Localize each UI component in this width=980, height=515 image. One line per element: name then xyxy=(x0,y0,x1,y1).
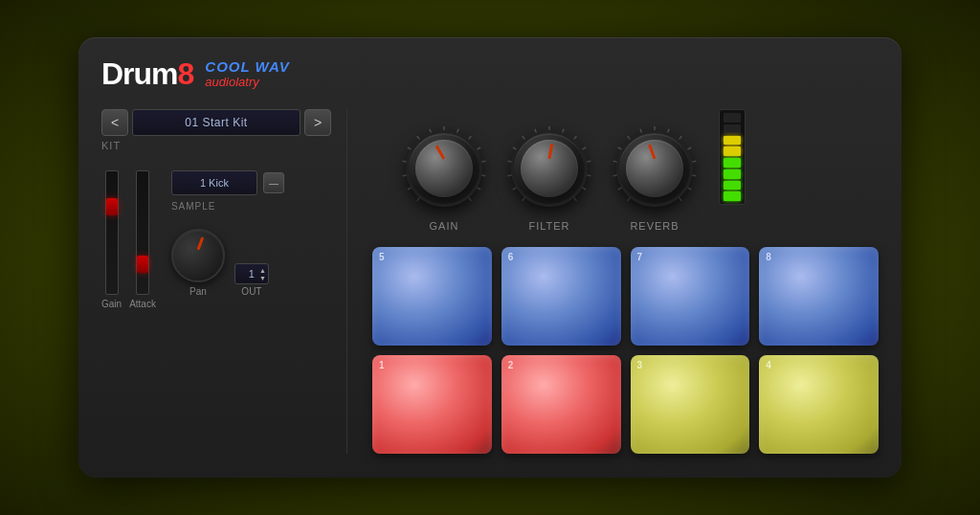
gain-fader-thumb[interactable] xyxy=(106,198,118,215)
pad-7[interactable]: 7 xyxy=(631,247,750,346)
right-section: GAIN xyxy=(363,109,879,454)
filter-knob-ticks xyxy=(503,123,595,214)
drum8-device: Drum8 COOL WAV audiolatry < 01 Start Kit… xyxy=(78,37,902,478)
vu-bar-3 xyxy=(724,136,741,146)
pan-out-row: Pan 1 ▲ ▼ OUT xyxy=(171,219,331,297)
kit-display: 01 Start Kit xyxy=(132,109,301,136)
sample-label: SAMPLE xyxy=(171,201,331,212)
kit-label: KIT xyxy=(101,140,331,151)
attack-fader-thumb[interactable] xyxy=(137,256,148,273)
app-logo: Drum8 xyxy=(101,56,193,92)
gain-fader-track[interactable] xyxy=(105,170,119,295)
reverb-knob[interactable] xyxy=(616,130,693,207)
header: Drum8 COOL WAV audiolatry xyxy=(101,56,879,92)
pad-8-number: 8 xyxy=(766,252,771,262)
attack-fader-label: Attack xyxy=(129,299,156,309)
out-up-arrow[interactable]: ▲ xyxy=(259,267,266,274)
sample-row: 1 Kick — xyxy=(171,170,331,195)
pad-6-number: 6 xyxy=(508,252,514,262)
pad-2-number: 2 xyxy=(508,360,514,370)
attack-fader-container: Attack xyxy=(129,170,156,309)
kit-selector: < 01 Start Kit > xyxy=(101,109,331,136)
pad-3[interactable]: 3 xyxy=(631,355,750,454)
pan-label: Pan xyxy=(189,286,207,297)
sample-display: 1 Kick xyxy=(171,170,257,195)
pad-8[interactable]: 8 xyxy=(759,247,879,346)
out-label: OUT xyxy=(241,286,261,297)
audiolatry-label: audiolatry xyxy=(205,76,289,89)
left-panel: < 01 Start Kit > KIT Gain xyxy=(101,109,331,454)
gain-knob-inner xyxy=(415,140,473,197)
pads-grid: 5 6 7 8 1 2 3 xyxy=(363,247,879,454)
pad-1-number: 1 xyxy=(379,360,385,370)
pad-1[interactable]: 1 xyxy=(372,355,492,454)
pad-4-number: 4 xyxy=(766,360,771,370)
vu-bar-6 xyxy=(724,169,741,179)
cool-wav-label: COOL WAV xyxy=(205,59,289,76)
attack-fader-track[interactable] xyxy=(136,170,149,295)
kit-section: < 01 Start Kit > KIT xyxy=(101,109,331,151)
reverb-knob-group: REVERB xyxy=(602,123,707,232)
filter-knob-label: FILTER xyxy=(528,220,569,232)
filter-knob[interactable] xyxy=(511,130,588,207)
vu-bar-8 xyxy=(724,191,741,201)
pad-6[interactable]: 6 xyxy=(501,247,621,346)
pad-7-number: 7 xyxy=(637,252,643,262)
pan-area: Pan xyxy=(171,229,225,297)
reverb-knob-inner xyxy=(626,140,683,197)
sample-area: 1 Kick — SAMPLE Pan 1 xyxy=(171,170,331,297)
gain-knob[interactable] xyxy=(406,130,482,207)
kit-next-button[interactable]: > xyxy=(304,109,331,136)
filter-knob-marker xyxy=(548,144,554,159)
gain-knob-label: GAIN xyxy=(430,220,459,232)
vu-meter xyxy=(719,109,746,205)
out-value: 1 xyxy=(249,268,255,280)
out-selector: 1 ▲ ▼ OUT xyxy=(234,263,269,297)
vu-bar-1 xyxy=(724,113,741,123)
reverb-knob-label: REVERB xyxy=(630,220,679,232)
filter-knob-inner xyxy=(521,140,578,197)
vu-bar-5 xyxy=(724,158,741,168)
logo-number: 8 xyxy=(178,56,194,91)
gain-knob-ticks xyxy=(398,123,490,214)
vu-bar-4 xyxy=(724,146,741,156)
pad-2[interactable]: 2 xyxy=(501,355,621,454)
gain-fader-container: Gain xyxy=(101,170,122,309)
out-spinbox-arrows[interactable]: ▲ ▼ xyxy=(259,267,266,281)
pad-5-number: 5 xyxy=(379,252,385,262)
filter-knob-group: FILTER xyxy=(497,123,602,232)
vu-bar-7 xyxy=(724,181,741,190)
reverb-knob-ticks xyxy=(609,123,701,214)
out-down-arrow[interactable]: ▼ xyxy=(259,275,266,281)
knobs-row: GAIN xyxy=(363,109,879,232)
kit-prev-button[interactable]: < xyxy=(101,109,128,136)
gain-knob-marker xyxy=(435,145,446,159)
pad-4[interactable]: 4 xyxy=(759,355,879,454)
gain-knob-group: GAIN xyxy=(391,123,497,232)
reverb-knob-marker xyxy=(648,144,656,159)
faders-area: Gain Attack 1 Kick — SAMPLE xyxy=(101,161,331,454)
panel-divider xyxy=(346,109,347,454)
main-layout: < 01 Start Kit > KIT Gain xyxy=(101,109,879,454)
sample-minus-button[interactable]: — xyxy=(263,172,284,193)
gain-fader-label: Gain xyxy=(101,299,122,309)
out-spinbox[interactable]: 1 ▲ ▼ xyxy=(234,263,269,284)
pad-3-number: 3 xyxy=(637,360,643,370)
pad-5[interactable]: 5 xyxy=(372,247,492,346)
pan-knob[interactable] xyxy=(171,229,225,282)
vu-bar-2 xyxy=(724,124,741,134)
brand-text: COOL WAV audiolatry xyxy=(205,59,289,89)
